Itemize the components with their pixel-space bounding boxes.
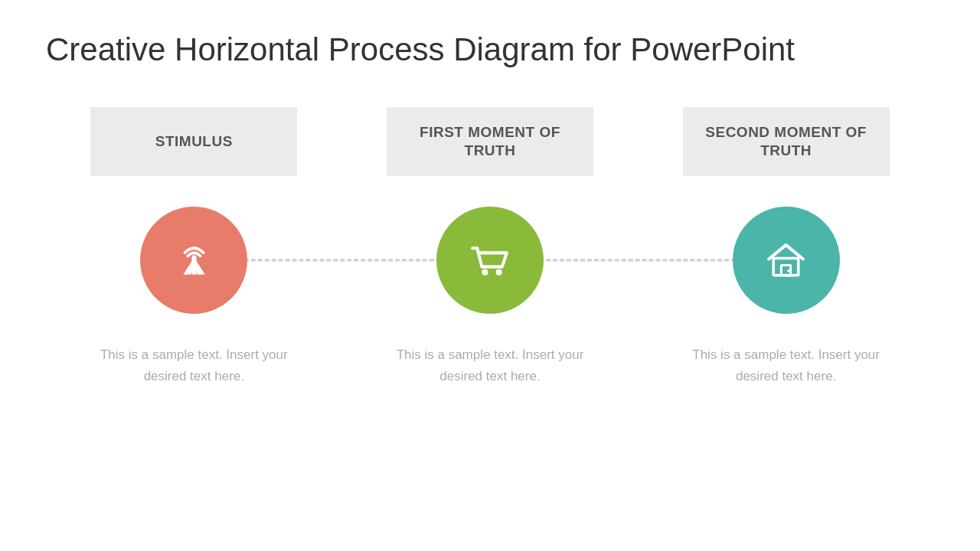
label-stimulus: STIMULUS <box>90 107 297 176</box>
text-block-1: This is a sample text. Insert your desir… <box>90 344 297 386</box>
home-icon <box>761 236 811 285</box>
signal-icon <box>169 236 219 285</box>
cart-circle <box>436 207 544 314</box>
texts-row: This is a sample text. Insert your desir… <box>46 344 934 386</box>
text-block-2: This is a sample text. Insert your desir… <box>387 344 593 386</box>
svg-point-3 <box>482 269 488 276</box>
label-second-moment: SECOND MOMENT OF TRUTH <box>683 107 890 176</box>
svg-point-7 <box>787 269 789 272</box>
home-circle <box>733 207 840 314</box>
signal-circle <box>140 207 247 314</box>
icons-row <box>46 207 934 314</box>
slide: Creative Horizontal Process Diagram for … <box>0 0 980 551</box>
diagram: STIMULUS FIRST MOMENT OF TRUTH SECOND MO… <box>46 107 934 520</box>
svg-rect-5 <box>773 258 799 275</box>
cart-icon <box>465 236 514 285</box>
text-block-3: This is a sample text. Insert your desir… <box>683 344 890 386</box>
label-first-moment: FIRST MOMENT OF TRUTH <box>387 107 593 176</box>
labels-row: STIMULUS FIRST MOMENT OF TRUTH SECOND MO… <box>46 107 934 176</box>
svg-point-2 <box>191 255 196 259</box>
svg-point-4 <box>496 269 502 276</box>
page-title: Creative Horizontal Process Diagram for … <box>46 31 934 69</box>
